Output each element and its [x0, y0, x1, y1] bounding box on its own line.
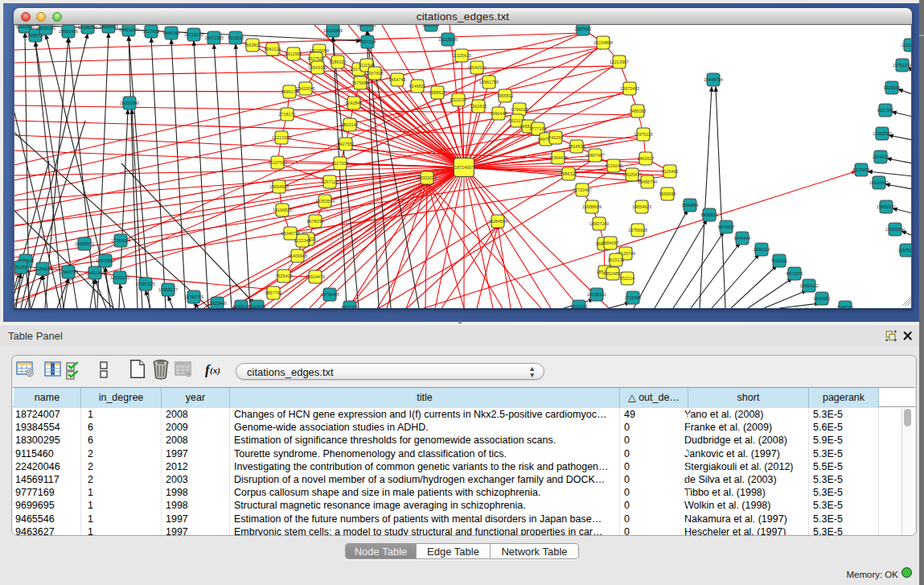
svg-text:12923446: 12923446: [207, 301, 227, 306]
svg-text:8938923: 8938923: [701, 212, 718, 217]
svg-text:2718170: 2718170: [279, 112, 296, 117]
svg-text:8454749: 8454749: [389, 77, 406, 82]
svg-text:15692971: 15692971: [877, 204, 896, 209]
svg-text:10807487: 10807487: [585, 153, 605, 158]
svg-text:19218506: 19218506: [438, 37, 458, 42]
svg-text:1244415: 1244415: [873, 154, 889, 159]
svg-text:17353924: 17353924: [111, 238, 130, 243]
svg-text:9117006: 9117006: [332, 161, 349, 166]
svg-text:9242845: 9242845: [346, 101, 363, 105]
svg-text:2367608: 2367608: [367, 71, 384, 76]
svg-text:15720407: 15720407: [573, 187, 592, 192]
svg-text:13353594: 13353594: [315, 199, 335, 204]
svg-text:8427552: 8427552: [338, 142, 355, 146]
svg-text:9245652: 9245652: [814, 296, 831, 301]
svg-text:2935114: 2935114: [754, 247, 770, 252]
svg-text:16107553: 16107553: [268, 160, 287, 165]
svg-text:7515526: 7515526: [228, 35, 244, 40]
svg-text:16961758: 16961758: [479, 80, 499, 84]
svg-text:1588520: 1588520: [429, 90, 446, 95]
svg-text:10975887: 10975887: [96, 258, 115, 263]
svg-text:8678334: 8678334: [307, 219, 324, 224]
svg-text:17957225: 17957225: [136, 282, 155, 286]
svg-text:1362615: 1362615: [470, 104, 487, 109]
svg-text:17016504: 17016504: [885, 227, 905, 232]
svg-text:10025433: 10025433: [622, 172, 642, 177]
svg-text:6216049: 6216049: [606, 163, 622, 168]
svg-text:16782759: 16782759: [184, 295, 203, 299]
svg-text:16033809: 16033809: [323, 28, 343, 33]
svg-text:252214: 252214: [620, 276, 634, 281]
svg-text:8471676: 8471676: [786, 271, 803, 276]
svg-text:8186323: 8186323: [330, 60, 347, 64]
svg-text:12975115: 12975115: [634, 132, 653, 137]
svg-text:39159: 39159: [15, 265, 27, 270]
svg-text:9329966: 9329966: [884, 85, 901, 90]
svg-text:9996178: 9996178: [281, 89, 298, 94]
svg-text:16671355: 16671355: [204, 35, 224, 40]
svg-text:8322037: 8322037: [450, 97, 467, 102]
svg-text:20364436: 20364436: [548, 155, 568, 160]
svg-text:6479197: 6479197: [718, 225, 735, 229]
svg-text:9327503: 9327503: [308, 56, 325, 61]
svg-text:1733426: 1733426: [625, 295, 642, 300]
svg-text:12213389: 12213389: [272, 135, 291, 140]
svg-text:9474444: 9474444: [734, 236, 751, 241]
svg-text:9777169: 9777169: [530, 126, 547, 131]
svg-text:6794028: 6794028: [511, 107, 528, 112]
svg-text:10973493: 10973493: [620, 86, 639, 91]
svg-text:3684067: 3684067: [602, 241, 619, 245]
svg-text:20053346: 20053346: [120, 101, 139, 105]
svg-text:9463627: 9463627: [638, 156, 655, 161]
svg-text:9857791: 9857791: [265, 290, 282, 295]
svg-text:6466160: 6466160: [163, 31, 180, 35]
svg-text:8960124: 8960124: [265, 47, 281, 51]
svg-text:1527602: 1527602: [143, 29, 160, 34]
svg-text:7485063: 7485063: [630, 109, 647, 113]
svg-text:9699695: 9699695: [659, 192, 676, 196]
svg-text:19654925: 19654925: [269, 184, 289, 189]
svg-text:1615132: 1615132: [608, 257, 625, 262]
svg-text:19384554: 19384554: [488, 219, 507, 224]
svg-text:9115460: 9115460: [662, 169, 679, 174]
svg-text:3267110: 3267110: [322, 179, 339, 184]
svg-text:7357224: 7357224: [359, 39, 376, 44]
svg-text:7986322: 7986322: [561, 171, 577, 176]
svg-text:1990448: 1990448: [491, 111, 507, 116]
svg-text:19654923: 19654923: [632, 204, 651, 209]
svg-text:746266: 746266: [548, 135, 563, 140]
svg-text:18724007: 18724007: [454, 165, 474, 170]
svg-text:18907249: 18907249: [589, 221, 609, 226]
svg-text:2087682: 2087682: [575, 27, 592, 31]
svg-text:10654112: 10654112: [799, 283, 819, 288]
svg-text:11409948: 11409948: [288, 253, 307, 258]
svg-text:16154808: 16154808: [593, 40, 613, 45]
svg-text:3824534: 3824534: [569, 144, 585, 149]
svg-text:11325419: 11325419: [452, 53, 471, 58]
svg-text:7955812: 7955812: [497, 93, 514, 98]
svg-text:14136141: 14136141: [587, 292, 606, 297]
svg-text:16648794: 16648794: [704, 77, 723, 82]
svg-text:11451944: 11451944: [85, 270, 105, 275]
svg-text:12093587: 12093587: [873, 131, 892, 136]
svg-text:13186091: 13186091: [78, 25, 97, 30]
svg-text:9146821: 9146821: [409, 84, 426, 89]
svg-text:8813054: 8813054: [423, 25, 440, 27]
svg-text:10958127: 10958127: [158, 287, 178, 292]
svg-text:1640954: 1640954: [682, 203, 699, 208]
svg-text:08246281: 08246281: [357, 25, 376, 27]
svg-text:19166825: 19166825: [273, 208, 292, 212]
svg-text:16210643: 16210643: [869, 180, 889, 185]
svg-text:8912955: 8912955: [285, 51, 302, 56]
svg-text:12213967: 12213967: [610, 60, 629, 64]
svg-text:18640910: 18640910: [467, 65, 487, 70]
svg-text:20206571: 20206571: [75, 241, 94, 246]
svg-text:16046738: 16046738: [281, 231, 300, 236]
svg-text:8215955: 8215955: [853, 167, 870, 172]
svg-text:9227342: 9227342: [877, 108, 894, 113]
svg-text:16914479: 16914479: [306, 274, 325, 279]
svg-text:20691406: 20691406: [59, 29, 78, 34]
svg-text:11121212: 11121212: [901, 43, 912, 47]
svg-text:10688609: 10688609: [582, 204, 602, 209]
svg-text:11156829: 11156829: [33, 266, 51, 271]
